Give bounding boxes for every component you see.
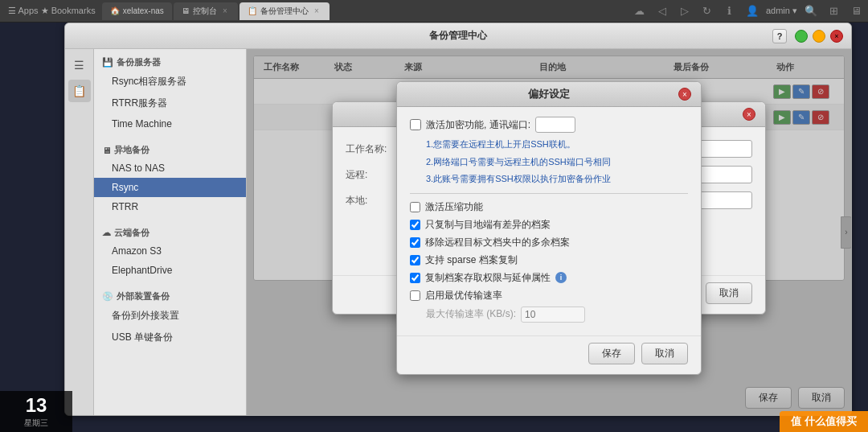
- sidebar-item-time-machine[interactable]: Time Machine: [94, 114, 246, 134]
- tab-3-close[interactable]: ×: [312, 6, 321, 16]
- max-speed-label: 最大传输速率 (KB/s):: [426, 307, 516, 321]
- sidebar-item-amazon-s3[interactable]: Amazon S3: [94, 241, 246, 261]
- sidebar-item-nas-to-nas[interactable]: NAS to NAS: [94, 158, 246, 178]
- monitor-icon[interactable]: 🖥: [847, 2, 865, 20]
- search-icon[interactable]: 🔍: [802, 2, 820, 20]
- content-area: 工作名称 状态 来源 目的地 最后备份 动作 3:36): [247, 49, 851, 415]
- server-group-icon: 💾: [102, 57, 113, 68]
- sparse-checkbox[interactable]: [410, 255, 420, 265]
- copy-perms-row: 复制档案存取权限与延伸属性 i: [410, 271, 688, 285]
- external-group-icon: 💿: [102, 291, 113, 302]
- compress-checkbox[interactable]: [410, 202, 420, 212]
- back-icon[interactable]: ◁: [653, 2, 671, 20]
- limit-speed-row: 启用最优传输速率: [410, 289, 688, 302]
- sidebar-group-remote: 🖥 异地备份: [94, 140, 246, 158]
- compress-row: 激活压缩功能: [410, 200, 688, 214]
- cloud-group-icon: ☁: [102, 228, 111, 238]
- browser-tab-2[interactable]: 🖥 控制台 ×: [174, 2, 238, 20]
- info-line-3: 3.此账号需要拥有SSH权限以执行加密备份作业: [426, 172, 688, 187]
- limit-speed-label: 启用最优传输速率: [425, 289, 502, 302]
- inner-dialog-title: 偏好设定: [420, 87, 678, 101]
- inner-cancel-button[interactable]: 取消: [641, 343, 688, 364]
- app-title: 备份管理中心: [72, 29, 845, 43]
- browser-tab-1[interactable]: 🏠 xelatex-nas: [102, 2, 172, 20]
- win-ctrl-orange[interactable]: [813, 30, 825, 43]
- sidebar-section-servers: 💾 备份服务器 Rsync相容服务器 RTRR服务器 Time Machine: [94, 49, 246, 137]
- admin-label: admin ▾: [766, 6, 797, 16]
- sidebar-item-rtrr[interactable]: RTRR: [94, 197, 246, 216]
- diff-only-checkbox[interactable]: [410, 220, 420, 230]
- help-button[interactable]: ?: [772, 29, 787, 43]
- sparse-label: 支持 sparse 档案复制: [425, 253, 518, 267]
- copy-perms-label: 复制档案存取权限与延伸属性: [425, 271, 551, 285]
- tab-icon-2: 🖥: [182, 6, 190, 15]
- refresh-icon[interactable]: ↻: [698, 2, 716, 20]
- win-ctrl-red[interactable]: ×: [830, 30, 843, 43]
- info-line-1: 1.您需要在远程主机上开启SSH联机。: [426, 138, 688, 152]
- sidebar-section-remote: 🖥 异地备份 NAS to NAS Rsync RTRR: [94, 137, 246, 220]
- list-icon[interactable]: 📋: [68, 80, 91, 102]
- remove-extra-row: 移除远程目标文档夹中的多余档案: [410, 236, 688, 249]
- inner-dialog-buttons: 保存 取消: [397, 335, 701, 374]
- encrypt-port-input[interactable]: 22: [535, 117, 575, 133]
- copy-perms-info-icon[interactable]: i: [555, 272, 567, 283]
- limit-speed-checkbox[interactable]: [410, 290, 420, 301]
- side-icon-bar: ☰ 📋: [65, 49, 94, 415]
- copy-perms-checkbox[interactable]: [410, 273, 420, 283]
- tab-icon-1: 🏠: [110, 6, 120, 15]
- sidebar-section-external: 💿 外部装置备份 备份到外接装置 USB 单键备份: [94, 283, 246, 352]
- sidebar-item-rsync-server[interactable]: Rsync相容服务器: [94, 71, 246, 93]
- grid-icon[interactable]: ⊞: [825, 2, 842, 20]
- info-icon[interactable]: ℹ: [721, 2, 739, 20]
- encrypt-row: 激活加密功能, 通讯端口: 22: [410, 117, 688, 133]
- inner-save-button[interactable]: 保存: [588, 343, 635, 364]
- max-speed-row: 最大传输速率 (KB/s):: [426, 307, 688, 323]
- max-speed-input[interactable]: [521, 307, 585, 323]
- sidebar-item-elephant-drive[interactable]: ElephantDrive: [94, 261, 246, 280]
- win-ctrl-green[interactable]: [795, 30, 808, 43]
- sparse-row: 支持 sparse 档案复制: [410, 253, 688, 267]
- remove-extra-label: 移除远程目标文档夹中的多余档案: [425, 236, 570, 249]
- inner-dialog-overlay: 偏好设定 × 激活加密功能, 通讯端口: 22: [247, 49, 851, 415]
- sidebar-section-cloud: ☁ 云端备份 Amazon S3 ElephantDrive: [94, 220, 246, 283]
- apps-menu[interactable]: ☰ Apps ★ Bookmarks: [3, 6, 100, 16]
- inner-dialog-body: 激活加密功能, 通讯端口: 22 1.您需要在远程主机上开启SSH联机。 2.网…: [397, 107, 701, 332]
- info-line-2: 2.网络端口号需要与远程主机的SSH端口号相同: [426, 155, 688, 170]
- encrypt-label: 激活加密功能, 通讯端口:: [426, 118, 530, 132]
- inner-dialog-titlebar: 偏好设定 ×: [397, 82, 701, 107]
- user-icon[interactable]: 👤: [743, 2, 761, 20]
- browser-tab-3[interactable]: 📋 备份管理中心 ×: [240, 2, 330, 20]
- sidebar-item-backup-external[interactable]: 备份到外接装置: [94, 305, 246, 327]
- sidebar-group-servers: 💾 备份服务器: [94, 52, 246, 71]
- encrypt-checkbox[interactable]: [410, 119, 421, 130]
- clock-display: 13 星期三: [0, 391, 72, 432]
- app-header: × 备份管理中心 ?: [65, 23, 851, 49]
- compress-label: 激活压缩功能: [425, 200, 483, 214]
- sidebar: 💾 备份服务器 Rsync相容服务器 RTRR服务器 Time Machine …: [94, 49, 247, 415]
- forward-icon[interactable]: ▷: [676, 2, 694, 20]
- watermark: 值 什么值得买: [780, 411, 868, 432]
- remove-extra-checkbox[interactable]: [410, 237, 420, 248]
- sidebar-item-rsync[interactable]: Rsync: [94, 178, 246, 197]
- diff-only-row: 只复制与目地端有差异的档案: [410, 218, 688, 232]
- sidebar-item-rtrr-server[interactable]: RTRR服务器: [94, 93, 246, 114]
- sidebar-group-external: 💿 外部装置备份: [94, 286, 246, 305]
- inner-dialog-close[interactable]: ×: [678, 88, 691, 101]
- inner-dialog: 偏好设定 × 激活加密功能, 通讯端口: 22: [396, 81, 702, 375]
- sidebar-group-cloud: ☁ 云端备份: [94, 223, 246, 241]
- table-view-icon[interactable]: ☰: [68, 54, 91, 76]
- tab-icon-3: 📋: [248, 6, 257, 15]
- sidebar-item-usb-one-touch[interactable]: USB 单键备份: [94, 327, 246, 348]
- remote-group-icon: 🖥: [102, 146, 111, 155]
- tab-2-close[interactable]: ×: [220, 6, 230, 16]
- cloud-icon[interactable]: ☁: [631, 2, 649, 20]
- diff-only-label: 只复制与目地端有差异的档案: [425, 218, 551, 232]
